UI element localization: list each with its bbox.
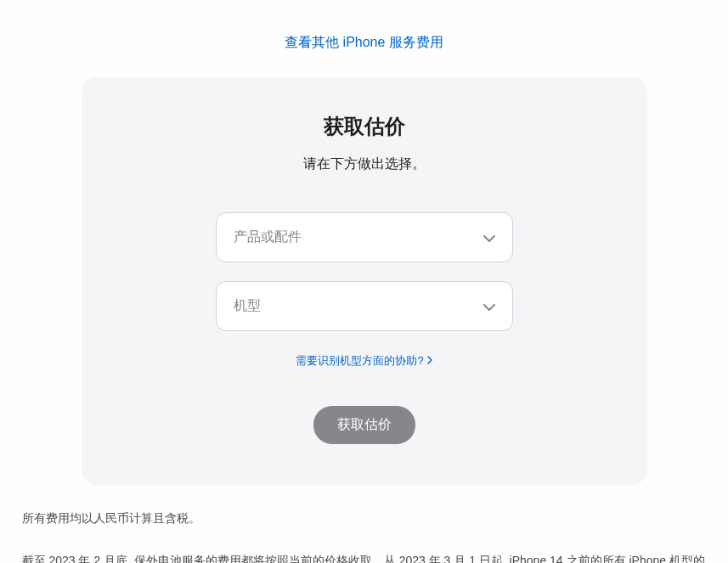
- get-estimate-button[interactable]: 获取估价: [313, 406, 415, 444]
- card-subtitle: 请在下方做出选择。: [124, 155, 605, 173]
- chevron-right-icon: [427, 355, 432, 367]
- model-select-placeholder: 机型: [234, 297, 261, 315]
- chevron-down-icon: [483, 230, 495, 245]
- footer-note-2: 截至 2023 年 2 月底, 保外电池服务的费用都将按照当前的价格收取。从 2…: [22, 548, 707, 563]
- estimate-card: 获取估价 请在下方做出选择。 产品或配件 机型 需要识别机型方面的协助? 获取估…: [82, 77, 647, 485]
- model-select[interactable]: 机型: [216, 281, 513, 331]
- product-select-placeholder: 产品或配件: [234, 228, 302, 246]
- product-select[interactable]: 产品或配件: [216, 212, 513, 262]
- top-link-container: 查看其他 iPhone 服务费用: [0, 0, 728, 77]
- footer-notes: 所有费用均以人民币计算且含税。 截至 2023 年 2 月底, 保外电池服务的费…: [12, 509, 717, 563]
- card-title: 获取估价: [124, 113, 605, 140]
- footer-note-1: 所有费用均以人民币计算且含税。: [22, 509, 707, 527]
- view-other-services-link[interactable]: 查看其他 iPhone 服务费用: [285, 35, 443, 49]
- chevron-down-icon: [483, 299, 495, 314]
- footer-note-2-text: 截至 2023 年 2 月底, 保外电池服务的费用都将按照当前的价格收取。从 2…: [22, 554, 705, 563]
- help-link-label: 需要识别机型方面的协助?: [296, 353, 423, 369]
- identify-model-help-link[interactable]: 需要识别机型方面的协助?: [296, 353, 432, 369]
